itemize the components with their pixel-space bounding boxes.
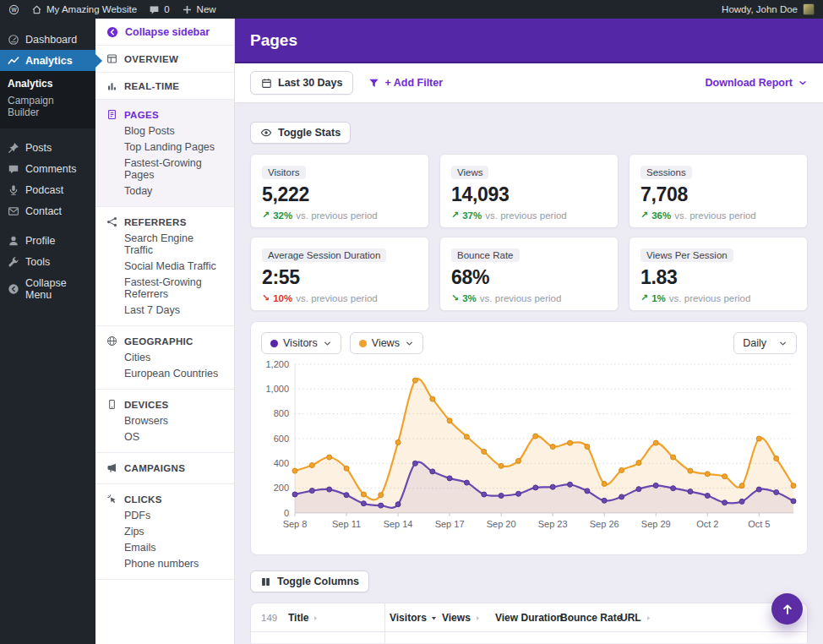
menu-item-analytics[interactable]: Analytics [0, 50, 95, 71]
sidebar-item-cities[interactable]: Cities [95, 349, 234, 365]
traffic-chart-panel: Visitors Views Daily 02004006008001,0001… [250, 321, 808, 555]
sidebar-item-pdfs[interactable]: PDFs [95, 507, 234, 523]
sidebar-item-european-countries[interactable]: European Countries [95, 365, 234, 381]
sort-caret-down-icon [430, 614, 438, 622]
wp-admin-menu: Dashboard Analytics Analytics Campaign B… [0, 19, 95, 644]
date-range-button[interactable]: Last 30 Days [250, 71, 353, 95]
column-header-visitors[interactable]: Visitors [390, 603, 438, 632]
sidebar-item-campaigns[interactable]: CAMPAIGNS [95, 460, 234, 476]
stat-label: Average Session Duration [262, 248, 386, 262]
sidebar-item-browsers[interactable]: Browsers [95, 412, 234, 428]
comments-link[interactable]: 0 [149, 4, 169, 15]
avatar[interactable] [803, 3, 815, 15]
stat-value: 14,093 [451, 183, 607, 206]
envelope-icon [8, 205, 19, 217]
eye-icon [260, 127, 272, 139]
sidebar-item-last-7-days[interactable]: Last 7 Days [95, 302, 234, 318]
menu-item-dashboard[interactable]: Dashboard [0, 29, 95, 50]
column-header-title[interactable]: Title [288, 603, 319, 632]
pushpin-icon [8, 142, 19, 154]
submenu-item-campaign-builder[interactable]: Campaign Builder [0, 92, 95, 121]
megaphone-icon [106, 462, 117, 473]
interval-select[interactable]: Daily [733, 332, 797, 354]
visitors-series-select[interactable]: Visitors [261, 332, 341, 354]
menu-item-comments[interactable]: Comments [0, 158, 95, 179]
table-header-row: 149 Title Visitors Views View Duration [251, 603, 807, 632]
sidebar-item-os[interactable]: OS [95, 428, 234, 445]
collapse-sidebar-button[interactable]: Collapse sidebar [95, 19, 234, 46]
menu-item-profile[interactable]: Profile [0, 230, 95, 251]
site-name-link[interactable]: My Amazing Website [31, 4, 137, 15]
stat-card-views: Views 14,093 ↗ 37% vs. previous period [439, 154, 619, 228]
svg-text:Sep 26: Sep 26 [590, 519, 619, 529]
sidebar-item-clicks[interactable]: CLICKS [95, 491, 234, 507]
menu-item-contact[interactable]: Contact [0, 200, 95, 221]
menu-item-tools[interactable]: Tools [0, 251, 95, 272]
add-filter-button[interactable]: + Add Filter [368, 77, 443, 89]
stat-value: 5,222 [262, 183, 417, 206]
svg-text:Sep 8: Sep 8 [283, 519, 308, 529]
sidebar-item-realtime[interactable]: REAL-TIME [95, 73, 234, 100]
admin-bar: W My Amazing Website 0 New Howdy, John D… [0, 0, 823, 19]
sidebar-item-emails[interactable]: Emails [95, 539, 234, 555]
calendar-icon [261, 78, 272, 89]
svg-text:Sep 23: Sep 23 [538, 519, 568, 529]
wordpress-menu[interactable]: W [8, 4, 19, 15]
arrow-up-icon [781, 603, 794, 616]
sidebar-item-referrers[interactable]: REFERRERS [95, 214, 234, 230]
sidebar-item-search-engine-traffic[interactable]: Search Engine Traffic [95, 230, 234, 258]
stat-card-visitors: Visitors 5,222 ↗ 32% vs. previous period [250, 154, 429, 228]
sidebar-item-zips[interactable]: Zips [95, 523, 234, 539]
sidebar-item-devices[interactable]: DEVICES [95, 396, 234, 412]
sidebar-item-fastest-growing-referrers[interactable]: Fastest-Growing Referrers [95, 274, 234, 302]
svg-text:400: 400 [274, 458, 289, 468]
submenu-item-analytics[interactable]: Analytics [0, 75, 95, 92]
sidebar-item-fastest-growing-pages[interactable]: Fastest-Growing Pages [95, 155, 234, 183]
comment-count: 0 [164, 4, 169, 14]
analytics-submenu: Analytics Campaign Builder [0, 71, 95, 128]
svg-text:Oct 2: Oct 2 [696, 519, 718, 529]
sidebar-item-pages[interactable]: PAGES [95, 106, 234, 123]
analytics-sidebar: Collapse sidebar OVERVIEW REAL-TIME PAGE… [95, 19, 235, 644]
menu-item-podcast[interactable]: Podcast [0, 179, 95, 200]
sidebar-item-top-landing-pages[interactable]: Top Landing Pages [95, 139, 234, 155]
new-content-link[interactable]: New [182, 4, 216, 15]
svg-text:Sep 29: Sep 29 [641, 519, 671, 529]
trend-arrow-icon: ↗ [640, 210, 648, 221]
stat-value: 1.83 [640, 266, 796, 289]
globe-icon [106, 336, 117, 347]
sidebar-item-today[interactable]: Today [95, 183, 234, 199]
comment-icon [8, 163, 19, 175]
sidebar-item-phone-numbers[interactable]: Phone numbers [95, 555, 234, 571]
trend-arrow-icon: ↗ [451, 210, 459, 221]
stat-delta: ↘ 10% vs. previous period [262, 292, 417, 303]
sidebar-item-blog-posts[interactable]: Blog Posts [95, 123, 234, 139]
analytics-icon [8, 55, 19, 67]
svg-text:1,200: 1,200 [265, 359, 289, 369]
cursor-click-icon [106, 494, 117, 505]
sidebar-item-overview[interactable]: OVERVIEW [95, 46, 234, 73]
trend-arrow-icon: ↗ [262, 210, 270, 221]
scroll-to-top-button[interactable] [771, 593, 803, 625]
svg-text:800: 800 [274, 408, 289, 418]
sidebar-group-devices: DEVICES Browsers OS [95, 390, 234, 453]
toggle-stats-button[interactable]: Toggle Stats [250, 122, 351, 144]
menu-item-posts[interactable]: Posts [0, 137, 95, 158]
pages-table: 149 Title Visitors Views View Duration [250, 603, 808, 643]
realtime-icon [106, 80, 117, 91]
stat-card-views-per-session: Views Per Session 1.83 ↗ 1% vs. previous… [629, 237, 808, 311]
column-header-views[interactable]: Views [442, 603, 482, 632]
stat-label: Bounce Rate [451, 248, 520, 262]
sidebar-item-social-media-traffic[interactable]: Social Media Traffic [95, 258, 234, 274]
sidebar-item-geographic[interactable]: GEOGRAPHIC [95, 333, 234, 349]
trend-arrow-icon: ↘ [451, 292, 459, 303]
download-report-button[interactable]: Download Report [706, 77, 808, 89]
column-header-url[interactable]: URL [620, 603, 652, 632]
main-content: Pages Last 30 Days + Add Filter Download… [235, 19, 823, 644]
toggle-columns-button[interactable]: Toggle Columns [250, 570, 369, 592]
collapse-circle-icon [8, 283, 19, 295]
views-series-select[interactable]: Views [350, 332, 423, 354]
howdy-account-link[interactable]: Howdy, John Doe [722, 4, 798, 14]
collapse-menu-button[interactable]: Collapse Menu [0, 272, 95, 305]
views-dot-icon [359, 340, 367, 347]
